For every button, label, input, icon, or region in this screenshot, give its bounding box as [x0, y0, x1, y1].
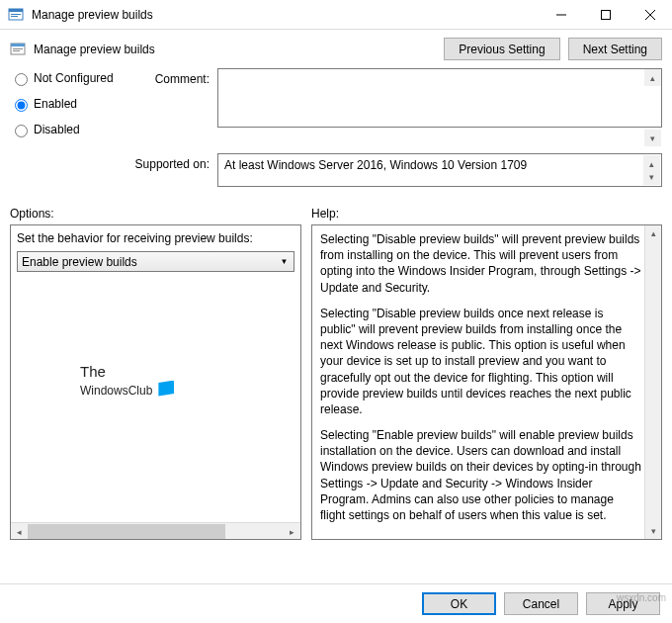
radio-not-configured-label: Not Configured — [34, 71, 114, 85]
comment-textarea[interactable] — [217, 68, 662, 128]
source-watermark: wsxdn.com — [617, 592, 666, 603]
chevron-down-icon: ▼ — [277, 254, 292, 269]
radio-disabled-label: Disabled — [34, 123, 80, 136]
options-label: Options: — [10, 203, 301, 224]
svg-rect-9 — [11, 44, 25, 46]
policy-header: Manage preview builds Previous Setting N… — [0, 30, 672, 64]
scroll-down-icon[interactable]: ▾ — [643, 168, 660, 185]
svg-rect-5 — [601, 10, 610, 19]
scroll-down-icon[interactable]: ▾ — [644, 130, 661, 146]
window-titlebar: Manage preview builds — [0, 0, 672, 30]
svg-rect-11 — [13, 50, 20, 51]
app-icon — [8, 7, 24, 23]
help-panel: Selecting "Disable preview builds" will … — [311, 224, 662, 540]
behavior-dropdown-value: Enable preview builds — [22, 255, 137, 269]
svg-rect-2 — [11, 14, 21, 15]
scroll-down-icon[interactable]: ▾ — [645, 522, 662, 539]
lower-section: Options: Set the behavior for receiving … — [0, 203, 672, 540]
maximize-button[interactable] — [583, 0, 628, 29]
svg-rect-1 — [9, 9, 23, 12]
policy-title: Manage preview builds — [34, 43, 444, 56]
behavior-label: Set the behavior for receiving preview b… — [17, 231, 294, 245]
radio-disabled-input[interactable] — [15, 125, 28, 137]
radio-enabled-input[interactable] — [15, 99, 28, 112]
state-radio-group: Not Configured Enabled Disabled — [10, 68, 128, 147]
supported-on-box: At least Windows Server 2016, Windows 10… — [217, 153, 662, 187]
help-paragraph-1: Selecting "Disable preview builds" will … — [320, 231, 641, 296]
watermark-line2: WindowsClub — [80, 384, 152, 398]
watermark-logo: The WindowsClub — [80, 364, 174, 398]
svg-rect-10 — [13, 48, 23, 49]
radio-enabled-label: Enabled — [34, 97, 77, 111]
config-section: Not Configured Enabled Disabled Comment:… — [0, 64, 672, 197]
windows-logo-icon — [158, 381, 174, 397]
help-v-scrollbar[interactable]: ▴ ▾ — [644, 225, 661, 539]
help-paragraph-3: Selecting "Enable preview builds" will e… — [320, 427, 641, 523]
window-title: Manage preview builds — [32, 8, 539, 22]
scroll-left-icon[interactable]: ◂ — [11, 523, 28, 540]
options-panel: Set the behavior for receiving preview b… — [10, 224, 301, 540]
minimize-button[interactable] — [539, 0, 583, 29]
help-label: Help: — [311, 203, 662, 224]
dialog-footer: OK Cancel Apply — [0, 583, 672, 623]
previous-setting-button[interactable]: Previous Setting — [444, 38, 559, 60]
scroll-up-icon[interactable]: ▴ — [645, 225, 662, 242]
policy-icon — [10, 42, 26, 57]
scroll-thumb[interactable] — [28, 524, 225, 539]
supported-label: Supported on: — [128, 153, 217, 187]
comment-label: Comment: — [128, 68, 217, 147]
supported-on-value: At least Windows Server 2016, Windows 10… — [224, 158, 527, 172]
behavior-dropdown[interactable]: Enable preview builds ▼ — [17, 251, 294, 272]
scroll-right-icon[interactable]: ▸ — [284, 523, 300, 540]
next-setting-button[interactable]: Next Setting — [568, 38, 662, 60]
radio-not-configured-input[interactable] — [15, 73, 28, 86]
radio-not-configured[interactable]: Not Configured — [10, 70, 128, 86]
svg-rect-3 — [11, 16, 18, 17]
scroll-up-icon[interactable]: ▴ — [644, 69, 661, 86]
radio-enabled[interactable]: Enabled — [10, 96, 128, 112]
options-h-scrollbar[interactable]: ◂ ▸ — [11, 522, 300, 539]
help-paragraph-2: Selecting "Disable preview builds once n… — [320, 306, 641, 417]
cancel-button[interactable]: Cancel — [504, 592, 578, 615]
close-button[interactable] — [628, 0, 672, 29]
watermark-line1: The — [80, 364, 174, 381]
radio-disabled[interactable]: Disabled — [10, 122, 128, 137]
ok-button[interactable]: OK — [422, 592, 496, 615]
